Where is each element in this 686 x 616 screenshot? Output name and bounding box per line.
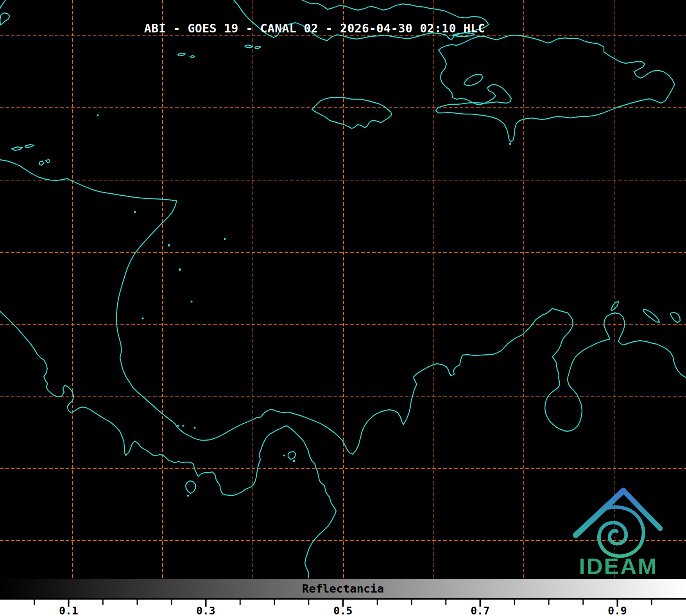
map-canvas: IDEAM xyxy=(0,0,686,578)
hispaniola-coastline xyxy=(436,35,675,142)
pacific-coastline xyxy=(0,311,336,578)
coiba-island xyxy=(186,481,195,493)
small-islands xyxy=(97,114,512,497)
caribbean-mainland-coastline xyxy=(0,160,686,454)
jamaica-coastline xyxy=(312,97,392,129)
gonave-island xyxy=(464,74,483,86)
image-title: ABI - GOES 19 - CANAL 02 - 2026-04-30 02… xyxy=(144,21,485,35)
logo-spiral-icon xyxy=(599,507,643,556)
colorbar-axis: 0.10.30.50.70.9 xyxy=(0,600,686,616)
colorbar-label: Reflectancia xyxy=(302,582,384,595)
bonaire-island xyxy=(670,312,680,323)
cayman-islands xyxy=(178,53,195,58)
colorbar-tick-label: 0.7 xyxy=(471,605,490,616)
latlon-grid xyxy=(0,0,686,578)
colorbar-tick-label: 0.9 xyxy=(608,605,627,616)
isla-juventud-fragment xyxy=(0,0,5,9)
cuba-southwest-cay xyxy=(0,13,10,25)
colorbar-gradient: Reflectancia xyxy=(0,578,686,600)
pearl-islands xyxy=(288,452,296,459)
coastlines-layer xyxy=(0,0,686,578)
colorbar-tick-label: 0.5 xyxy=(333,605,353,616)
aruba-island xyxy=(611,302,618,311)
colorbar-tick-label: 0.1 xyxy=(59,605,78,616)
curacao-island xyxy=(643,309,659,322)
satellite-image-viewport: IDEAM ABI - GOES 19 - CANAL 02 - 2026-04… xyxy=(0,0,686,616)
bay-islands-honduras xyxy=(12,145,50,165)
ideam-logo: IDEAM xyxy=(576,491,660,578)
logo-wordmark: IDEAM xyxy=(579,554,658,578)
colorbar-tick-label: 0.3 xyxy=(196,605,215,616)
colorbar-axis-strip: 0.10.30.50.70.9 xyxy=(0,600,686,616)
